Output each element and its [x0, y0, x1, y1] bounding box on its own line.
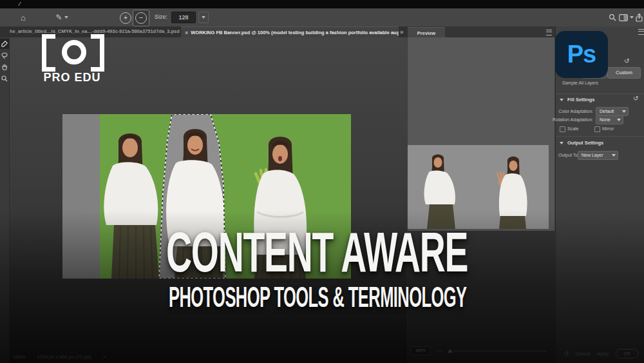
brush-glyph: ✎: [55, 13, 62, 22]
panel-menu-icon[interactable]: [638, 29, 644, 35]
active-tab-label: WORKING FB Banner.psd @ 100% (model test…: [191, 30, 399, 35]
overlay-subtitle: PHOTOSHOP TOOLS & TERMINOLOGY: [169, 282, 466, 312]
panel-menu-icon[interactable]: [546, 30, 552, 35]
tab-preview[interactable]: Preview: [408, 27, 445, 38]
menu-bar: ⁄: [0, 0, 644, 8]
menu-mark-icon: ⁄: [19, 1, 21, 7]
subtract-from-sampling-icon[interactable]: −: [135, 12, 147, 24]
size-label: Size:: [155, 14, 167, 20]
sample-all-layers-label: Sample All Layers: [562, 81, 598, 85]
scale-checkbox[interactable]: [560, 126, 565, 132]
pro-edu-logo: PRO EDU: [39, 31, 109, 89]
home-icon[interactable]: ⌂: [17, 8, 30, 26]
chevron-down-icon: [630, 16, 634, 19]
mirror-checkbox[interactable]: [594, 126, 600, 132]
rotation-adaptation-dropdown[interactable]: None: [596, 115, 623, 124]
apply-button[interactable]: Apply: [597, 351, 609, 357]
output-to-label: Output To:: [558, 153, 579, 157]
fill-settings-header[interactable]: Fill Settings: [567, 97, 595, 103]
tab-active-document[interactable]: × WORKING FB Banner.psd @ 100% (model te…: [181, 26, 399, 38]
overlay-title: CONTENT AWARE: [166, 227, 468, 277]
logo-left-bracket: [42, 34, 55, 72]
size-input[interactable]: 128: [171, 12, 196, 23]
tool-options-bar: ⌂ ✎ + − Size: 128: [0, 8, 644, 27]
custom-sampling-button[interactable]: Custom: [607, 67, 641, 79]
mirror-label: Mirror: [602, 126, 614, 131]
status-zoom-value[interactable]: 100%: [13, 354, 25, 360]
add-to-sampling-icon[interactable]: +: [120, 12, 131, 24]
ps-logo-text: Ps: [567, 41, 596, 68]
color-adaptation-label: Color Adaptation:: [558, 109, 593, 113]
reset-sampling-icon[interactable]: ↺: [624, 57, 629, 64]
divider: [556, 136, 644, 137]
logo-lens-icon: [62, 40, 86, 64]
logo-right-bracket: [91, 34, 104, 72]
toolbox: [0, 37, 10, 363]
share-icon[interactable]: [634, 8, 644, 26]
preview-result-image: [408, 145, 549, 229]
output-settings-header[interactable]: Output Settings: [567, 140, 603, 146]
size-dropdown-button[interactable]: [198, 12, 209, 23]
subtract-from-sampling-wrap[interactable]: −: [133, 10, 149, 26]
chevron-down-icon[interactable]: [560, 142, 564, 144]
reset-fill-settings-icon[interactable]: ↺: [633, 95, 638, 102]
status-chevron-icon[interactable]: >: [103, 354, 106, 360]
rotation-adaptation-label: Rotation Adaptation:: [553, 117, 593, 122]
settings-footer: ↺ Cancel Apply OK: [556, 348, 644, 359]
hand-tool-icon[interactable]: [0, 62, 9, 72]
color-adaptation-dropdown[interactable]: Default: [596, 107, 629, 116]
divider: [556, 93, 644, 94]
chevron-down-icon[interactable]: [560, 99, 564, 101]
ok-button[interactable]: OK: [616, 349, 639, 358]
zoom-out-tick: [436, 351, 442, 351]
close-icon[interactable]: ×: [185, 30, 188, 36]
cancel-button[interactable]: Cancel: [575, 351, 590, 357]
preview-zoom-row: 48%: [410, 346, 551, 356]
photoshop-window: ⁄ ⌂ ✎ + − Size: 128: [0, 0, 644, 363]
photoshop-logo: Ps: [555, 31, 608, 78]
logo-text: PRO EDU: [39, 71, 106, 84]
status-bar: 100% 1708 px x 960 px (72 ppi) >: [13, 353, 106, 360]
zoom-slider-track[interactable]: [454, 351, 547, 351]
search-icon[interactable]: [607, 8, 618, 26]
status-dimensions: 1708 px x 960 px (72 ppi): [37, 354, 91, 360]
workspace-switcher-icon[interactable]: [618, 8, 634, 26]
chevron-down-icon: [202, 16, 205, 19]
zoom-tool-icon[interactable]: [0, 74, 9, 84]
scale-label: Scale: [567, 126, 579, 131]
lasso-tool-icon[interactable]: [0, 50, 9, 61]
zoom-slider-thumb[interactable]: [448, 349, 453, 353]
output-to-dropdown[interactable]: New Layer: [578, 151, 618, 160]
reset-all-icon[interactable]: ↺: [564, 350, 569, 357]
chevron-down-icon: [64, 16, 68, 19]
preview-zoom-input[interactable]: 48%: [410, 346, 431, 355]
brush-preset-icon[interactable]: ✎: [54, 8, 70, 26]
tab-overflow-icon[interactable]: »: [400, 28, 404, 35]
brush-tool-icon[interactable]: [0, 39, 9, 49]
